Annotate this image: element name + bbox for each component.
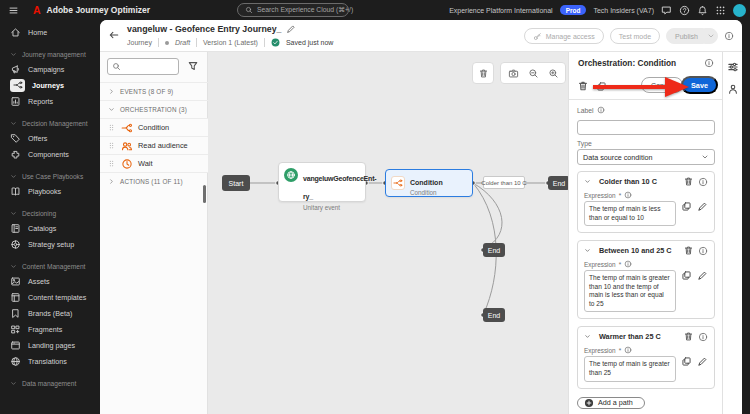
expression-info-icon[interactable]: [624, 346, 632, 354]
canvas-delete-button[interactable]: [472, 62, 494, 84]
sidebar-section-decision-management[interactable]: Decision Management: [0, 116, 100, 130]
left-nav-sidebar: HomeJourney managementCampaignsJourneysR…: [0, 20, 100, 414]
sidebar-section-data-management[interactable]: Data management: [0, 376, 100, 390]
sidebar-item-playbooks[interactable]: Playbooks: [0, 183, 100, 199]
properties-sliders-icon[interactable]: [727, 61, 739, 73]
edit-expression-pencil-icon[interactable]: [697, 201, 708, 212]
label-info-icon[interactable]: [597, 106, 605, 114]
palette-search-input[interactable]: [107, 58, 179, 75]
hamburger-menu-icon[interactable]: [8, 5, 19, 16]
palette-item-wait[interactable]: Wait: [100, 154, 208, 172]
event-node[interactable]: vangeluwGeofenceEnt-ry_ Unitary event: [278, 162, 366, 202]
path-label-chip[interactable]: Colder than 10 C: [483, 176, 525, 189]
path-sections: Colder than 10 CExpression*The temp of m…: [577, 171, 715, 396]
panel-body: Label Type Data source condition Colder …: [569, 100, 722, 414]
sidebar-item-assets[interactable]: Assets: [0, 273, 100, 289]
app-switcher-icon[interactable]: [715, 5, 726, 16]
delete-path-trash-icon[interactable]: [683, 176, 694, 187]
collapse-chevron-icon[interactable]: [584, 333, 591, 340]
manage-access-button[interactable]: Manage access: [524, 28, 604, 44]
collapse-chevron-icon[interactable]: [584, 178, 591, 185]
expression-field[interactable]: The temp of main is less than or equal t…: [584, 201, 676, 226]
sidebar-item-content-templates[interactable]: Content templates: [0, 289, 100, 305]
drag-handle-icon[interactable]: [107, 159, 116, 168]
sidebar-item-fragments[interactable]: Fragments: [0, 321, 100, 337]
top-bar: A Adobe Journey Optimizer Search Experie…: [0, 0, 750, 20]
label-input[interactable]: [577, 120, 715, 135]
sidebar-item-label: Fragments: [28, 325, 62, 334]
drag-handle-icon[interactable]: [107, 123, 116, 132]
start-node[interactable]: Start: [222, 175, 250, 191]
collapse-chevron-icon[interactable]: [584, 247, 591, 254]
edit-title-pencil-icon[interactable]: [286, 24, 296, 34]
copy-expression-icon[interactable]: [681, 201, 692, 212]
end-node-2[interactable]: End: [483, 243, 505, 257]
panel-info-icon[interactable]: [704, 58, 714, 68]
adobe-logo[interactable]: A: [33, 5, 41, 16]
global-search[interactable]: Search Experience Cloud (⌘+/): [237, 3, 349, 17]
path-info-icon[interactable]: [698, 332, 708, 342]
expression-field[interactable]: The temp of main is greater than 10 and …: [584, 270, 676, 312]
palette-scrollbar[interactable]: [203, 185, 206, 203]
notifications-bell-icon[interactable]: [697, 5, 708, 16]
delete-path-trash-icon[interactable]: [683, 331, 694, 342]
sidebar-item-catalogs[interactable]: Catalogs: [0, 220, 100, 236]
expression-info-icon[interactable]: [624, 191, 632, 199]
path-section-colder-than-10-c: Colder than 10 CExpression*The temp of m…: [577, 171, 715, 233]
delete-path-trash-icon[interactable]: [683, 245, 694, 256]
sidebar-item-strategy-setup[interactable]: Strategy setup: [0, 236, 100, 252]
expression-info-icon[interactable]: [624, 260, 632, 268]
version-label[interactable]: Version 1 (Latest): [203, 39, 258, 46]
sidebar-item-components[interactable]: Components: [0, 146, 100, 162]
header-info-icon[interactable]: [724, 31, 734, 41]
palette-section-orchestration[interactable]: ORCHESTRATION (3): [100, 100, 208, 118]
journey-canvas[interactable]: Start vangeluwGeofenceEnt-ry_ Unitary ev…: [208, 52, 568, 414]
sidebar-item-home[interactable]: Home: [0, 24, 100, 40]
sidebar-section-decisioning[interactable]: Decisioning: [0, 206, 100, 220]
profile-person-icon[interactable]: [727, 83, 739, 95]
zoom-out-icon[interactable]: [528, 68, 539, 79]
sidebar-item-journeys[interactable]: Journeys: [0, 77, 100, 93]
sidebar-section-journey-management[interactable]: Journey management: [0, 47, 100, 61]
test-mode-button[interactable]: Test mode: [610, 28, 660, 44]
back-arrow-icon[interactable]: [108, 29, 120, 41]
drag-handle-icon[interactable]: [107, 141, 116, 150]
sidebar-item-campaigns[interactable]: Campaigns: [0, 61, 100, 77]
sidebar-section-use-case-playbooks[interactable]: Use Case Playbooks: [0, 169, 100, 183]
feedback-icon[interactable]: [661, 5, 672, 16]
delete-node-trash-icon[interactable]: [577, 80, 589, 92]
condition-node-title: Condition: [410, 179, 443, 186]
palette-section-events[interactable]: EVENTS (8 OF 9): [100, 82, 208, 100]
snapshot-camera-icon[interactable]: [508, 68, 519, 79]
copy-expression-icon[interactable]: [681, 270, 692, 281]
sidebar-section-content-management[interactable]: Content Management: [0, 259, 100, 273]
palette-section-actions[interactable]: ACTIONS (11 OF 11): [100, 172, 208, 190]
catalog-icon: [10, 223, 21, 234]
copy-expression-icon[interactable]: [681, 356, 692, 367]
condition-node[interactable]: Condition Condition: [385, 169, 473, 197]
sidebar-item-landing-pages[interactable]: Landing pages: [0, 337, 100, 353]
filter-icon[interactable]: [187, 60, 199, 72]
sidebar-item-translations[interactable]: Translations: [0, 353, 100, 369]
add-path-button[interactable]: Add a path: [577, 397, 645, 409]
edit-expression-pencil-icon[interactable]: [697, 356, 708, 367]
palette-item-read-audience[interactable]: Read audience: [100, 136, 208, 154]
type-select[interactable]: Data source condition: [577, 149, 715, 165]
edit-expression-pencil-icon[interactable]: [697, 270, 708, 281]
avatar[interactable]: [733, 4, 746, 17]
path-info-icon[interactable]: [698, 177, 708, 187]
palette-item-condition[interactable]: Condition: [100, 118, 208, 136]
tenant-name[interactable]: Tech Insiders (VA7): [593, 7, 654, 14]
end-node-1[interactable]: End: [548, 176, 570, 190]
sidebar-item-reports[interactable]: Reports: [0, 93, 100, 109]
help-icon[interactable]: [679, 5, 690, 16]
expression-field[interactable]: The temp of main is greater than 25: [584, 356, 676, 381]
zoom-in-icon[interactable]: [548, 68, 559, 79]
path-info-icon[interactable]: [698, 246, 708, 256]
megaphone-icon: [10, 64, 21, 75]
sidebar-item-brands-beta[interactable]: Brands (Beta): [0, 305, 100, 321]
end-node-3[interactable]: End: [483, 308, 505, 322]
publish-button[interactable]: Publish: [666, 28, 704, 44]
sidebar-item-offers[interactable]: Offers: [0, 130, 100, 146]
publish-dropdown-button[interactable]: [704, 28, 718, 44]
